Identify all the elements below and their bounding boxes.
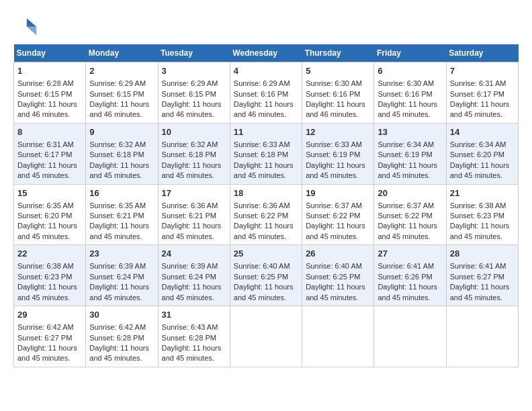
sunrise: Sunrise: 6:31 AM (17, 140, 74, 148)
calendar-cell: 22Sunrise: 6:38 AMSunset: 6:23 PMDayligh… (14, 245, 86, 306)
sunrise: Sunrise: 6:37 AM (306, 201, 362, 210)
sunset: Sunset: 6:17 PM (17, 150, 72, 158)
day-number: 26 (306, 248, 370, 260)
calendar-cell: 29Sunrise: 6:42 AMSunset: 6:27 PMDayligh… (14, 306, 86, 367)
calendar-week-4: 22Sunrise: 6:38 AMSunset: 6:23 PMDayligh… (14, 245, 519, 306)
day-number: 14 (450, 126, 515, 138)
daylight: Daylight: 11 hours and 45 minutes. (89, 344, 149, 362)
sunset: Sunset: 6:26 PM (378, 273, 432, 281)
calendar-cell: 6Sunrise: 6:30 AMSunset: 6:16 PMDaylight… (374, 62, 446, 124)
sunset: Sunset: 6:23 PM (450, 212, 504, 220)
day-number: 13 (378, 126, 442, 138)
sunset: Sunset: 6:27 PM (17, 334, 72, 342)
daylight: Daylight: 11 hours and 45 minutes. (17, 222, 77, 240)
daylight: Daylight: 11 hours and 45 minutes. (378, 161, 437, 179)
sunrise: Sunrise: 6:35 AM (89, 201, 146, 210)
calendar-cell: 20Sunrise: 6:37 AMSunset: 6:22 PMDayligh… (374, 184, 446, 245)
day-number: 27 (378, 248, 442, 260)
calendar-cell (302, 306, 374, 367)
calendar-cell: 24Sunrise: 6:39 AMSunset: 6:24 PMDayligh… (158, 245, 230, 306)
daylight: Daylight: 11 hours and 46 minutes. (162, 100, 222, 118)
sunset: Sunset: 6:16 PM (234, 90, 288, 98)
day-number: 12 (306, 126, 370, 138)
daylight: Daylight: 11 hours and 45 minutes. (234, 283, 294, 301)
daylight: Daylight: 11 hours and 45 minutes. (17, 161, 77, 179)
sunrise: Sunrise: 6:33 AM (234, 140, 290, 148)
sunset: Sunset: 6:22 PM (306, 212, 360, 220)
day-number: 2 (89, 65, 154, 77)
sunrise: Sunrise: 6:33 AM (306, 140, 362, 148)
daylight: Daylight: 11 hours and 46 minutes. (17, 100, 77, 118)
daylight: Daylight: 11 hours and 45 minutes. (89, 283, 149, 301)
sunset: Sunset: 6:18 PM (89, 150, 144, 158)
daylight: Daylight: 11 hours and 45 minutes. (450, 222, 510, 240)
weekday-header-sunday: Sunday (14, 44, 86, 62)
calendar-cell: 15Sunrise: 6:35 AMSunset: 6:20 PMDayligh… (14, 184, 86, 245)
calendar-cell: 8Sunrise: 6:31 AMSunset: 6:17 PMDaylight… (14, 123, 86, 184)
sunrise: Sunrise: 6:43 AM (162, 323, 218, 331)
sunrise: Sunrise: 6:30 AM (378, 79, 434, 87)
sunrise: Sunrise: 6:29 AM (234, 79, 290, 87)
calendar-cell: 30Sunrise: 6:42 AMSunset: 6:28 PMDayligh… (86, 306, 158, 367)
day-number: 22 (17, 248, 82, 260)
sunrise: Sunrise: 6:40 AM (306, 262, 362, 270)
sunset: Sunset: 6:20 PM (17, 212, 72, 220)
sunrise: Sunrise: 6:41 AM (450, 262, 506, 270)
calendar-cell: 4Sunrise: 6:29 AMSunset: 6:16 PMDaylight… (230, 62, 302, 124)
calendar-cell: 1Sunrise: 6:28 AMSunset: 6:15 PMDaylight… (14, 62, 86, 124)
logo (13, 13, 42, 38)
sunset: Sunset: 6:19 PM (306, 150, 360, 158)
sunset: Sunset: 6:24 PM (162, 273, 216, 281)
sunset: Sunset: 6:28 PM (89, 334, 144, 342)
calendar-cell: 28Sunrise: 6:41 AMSunset: 6:27 PMDayligh… (446, 245, 518, 306)
sunrise: Sunrise: 6:36 AM (234, 201, 290, 210)
day-number: 17 (162, 187, 226, 199)
sunset: Sunset: 6:15 PM (162, 90, 216, 98)
weekday-header-tuesday: Tuesday (158, 44, 230, 62)
calendar-week-3: 15Sunrise: 6:35 AMSunset: 6:20 PMDayligh… (14, 184, 519, 245)
sunrise: Sunrise: 6:35 AM (17, 201, 74, 210)
day-number: 20 (378, 187, 442, 199)
daylight: Daylight: 11 hours and 45 minutes. (162, 283, 222, 301)
sunset: Sunset: 6:15 PM (89, 90, 144, 98)
sunset: Sunset: 6:19 PM (378, 150, 432, 158)
daylight: Daylight: 11 hours and 45 minutes. (234, 222, 294, 240)
sunrise: Sunrise: 6:38 AM (450, 201, 506, 210)
day-number: 21 (450, 187, 515, 199)
day-number: 31 (162, 309, 226, 321)
calendar-cell: 26Sunrise: 6:40 AMSunset: 6:25 PMDayligh… (302, 245, 374, 306)
sunset: Sunset: 6:20 PM (450, 150, 504, 158)
day-number: 28 (450, 248, 515, 260)
weekday-header-wednesday: Wednesday (230, 44, 302, 62)
daylight: Daylight: 11 hours and 45 minutes. (162, 344, 222, 362)
day-number: 8 (17, 126, 82, 138)
calendar-cell: 13Sunrise: 6:34 AMSunset: 6:19 PMDayligh… (374, 123, 446, 184)
calendar-cell: 7Sunrise: 6:31 AMSunset: 6:17 PMDaylight… (446, 62, 518, 124)
daylight: Daylight: 11 hours and 46 minutes. (306, 100, 365, 118)
daylight: Daylight: 11 hours and 45 minutes. (89, 161, 149, 179)
day-number: 25 (234, 248, 298, 260)
daylight: Daylight: 11 hours and 45 minutes. (306, 222, 365, 240)
day-number: 30 (89, 309, 154, 321)
sunset: Sunset: 6:18 PM (234, 150, 288, 158)
calendar-cell: 23Sunrise: 6:39 AMSunset: 6:24 PMDayligh… (86, 245, 158, 306)
day-number: 3 (162, 65, 226, 77)
calendar-cell: 31Sunrise: 6:43 AMSunset: 6:28 PMDayligh… (158, 306, 230, 367)
daylight: Daylight: 11 hours and 45 minutes. (17, 283, 77, 301)
calendar-cell: 21Sunrise: 6:38 AMSunset: 6:23 PMDayligh… (446, 184, 518, 245)
calendar-cell: 3Sunrise: 6:29 AMSunset: 6:15 PMDaylight… (158, 62, 230, 124)
sunset: Sunset: 6:21 PM (89, 212, 144, 220)
sunrise: Sunrise: 6:40 AM (234, 262, 290, 270)
calendar-cell: 17Sunrise: 6:36 AMSunset: 6:21 PMDayligh… (158, 184, 230, 245)
sunset: Sunset: 6:28 PM (162, 334, 216, 342)
day-number: 10 (162, 126, 226, 138)
calendar-cell: 9Sunrise: 6:32 AMSunset: 6:18 PMDaylight… (86, 123, 158, 184)
logo-icon (13, 13, 38, 38)
day-number: 7 (450, 65, 515, 77)
sunset: Sunset: 6:16 PM (306, 90, 360, 98)
daylight: Daylight: 11 hours and 45 minutes. (378, 100, 437, 118)
day-number: 19 (306, 187, 370, 199)
calendar-table: SundayMondayTuesdayWednesdayThursdayFrid… (13, 44, 519, 367)
calendar-cell: 10Sunrise: 6:32 AMSunset: 6:18 PMDayligh… (158, 123, 230, 184)
sunrise: Sunrise: 6:28 AM (17, 79, 74, 87)
